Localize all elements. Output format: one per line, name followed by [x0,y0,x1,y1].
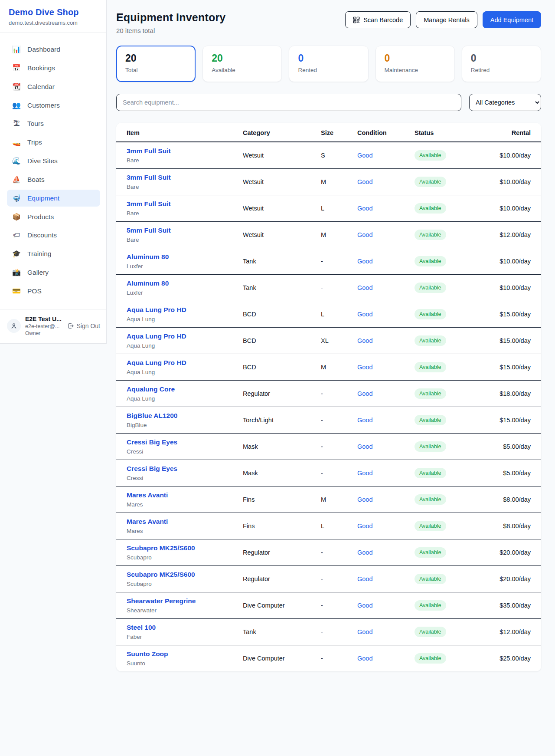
sidebar-item-boats[interactable]: ⛵Boats [7,171,100,188]
item-name-link[interactable]: Steel 100 [127,624,243,631]
table-row: Cressi Big EyesCressiMask-GoodAvailable$… [116,460,541,486]
sidebar-item-label: Tours [27,120,44,128]
sidebar-item-discounts[interactable]: 🏷Discounts [7,227,100,243]
item-name-link[interactable]: Mares Avanti [127,491,243,499]
add-equipment-button[interactable]: Add Equipment [483,11,541,28]
status-badge: Available [415,653,446,664]
item-name-link[interactable]: Aqualung Core [127,385,243,393]
item-name-link[interactable]: Shearwater Peregrine [127,597,243,605]
search-input[interactable] [116,94,461,111]
sidebar-item-tours[interactable]: 🏝Tours [7,115,100,132]
table-row: Suunto ZoopSuuntoDive Computer-GoodAvail… [116,645,541,672]
item-name-link[interactable]: Suunto Zoop [127,650,243,658]
item-size: M [321,364,357,371]
customers-icon: 👥 [12,101,21,109]
sidebar-item-trips[interactable]: 🚤Trips [7,134,100,151]
condition-link[interactable]: Good [357,364,415,371]
condition-link[interactable]: Good [357,390,415,397]
condition-link[interactable]: Good [357,417,415,424]
table-row: Scubapro MK25/S600ScubaproRegulator-Good… [116,539,541,566]
item-size: M [321,496,357,503]
item-name-link[interactable]: Aqua Lung Pro HD [127,306,243,314]
rental-price: $15.00/day [475,311,531,318]
condition-link[interactable]: Good [357,655,415,662]
condition-link[interactable]: Good [357,231,415,238]
item-name-link[interactable]: 3mm Full Suit [127,147,243,155]
brand-name[interactable]: Demo Dive Shop [9,7,98,17]
condition-link[interactable]: Good [357,178,415,185]
stat-card-rented[interactable]: 0Rented [289,46,368,82]
item-name-link[interactable]: BigBlue AL1200 [127,412,243,420]
condition-link[interactable]: Good [357,496,415,503]
item-size: L [321,311,357,318]
user-role: Owner [25,330,63,336]
condition-link[interactable]: Good [357,205,415,212]
item-size: - [321,470,357,477]
condition-link[interactable]: Good [357,152,415,159]
item-name-link[interactable]: 5mm Full Suit [127,227,243,234]
stat-card-retired[interactable]: 0Retired [462,46,541,82]
item-category: Tank [243,628,321,635]
sidebar-item-gallery[interactable]: 📸Gallery [7,264,100,281]
rental-price: $18.00/day [475,390,531,397]
item-name-link[interactable]: Scubapro MK25/S600 [127,571,243,579]
rental-price: $5.00/day [475,443,531,450]
item-brand: Cressi [127,475,243,481]
condition-link[interactable]: Good [357,523,415,529]
item-category: Tank [243,258,321,265]
condition-link[interactable]: Good [357,575,415,582]
condition-link[interactable]: Good [357,258,415,265]
rental-price: $15.00/day [475,417,531,424]
condition-link[interactable]: Good [357,602,415,609]
item-name-link[interactable]: Scubapro MK25/S600 [127,544,243,552]
item-category: BCD [243,311,321,318]
rental-price: $20.00/day [475,549,531,556]
condition-link[interactable]: Good [357,311,415,318]
page-title-block: Equipment Inventory 20 items total [116,11,225,34]
sidebar-item-equipment[interactable]: 🤿Equipment [7,190,100,207]
stat-value: 20 [212,53,273,64]
item-category: Fins [243,523,321,529]
category-select[interactable]: All Categories [469,94,541,111]
sidebar-item-bookings[interactable]: 📅Bookings [7,59,100,76]
sidebar-item-dashboard[interactable]: 📊Dashboard [7,41,100,58]
item-name-link[interactable]: Aqua Lung Pro HD [127,332,243,340]
item-size: - [321,258,357,265]
sidebar-item-pos[interactable]: 💳POS [7,283,100,299]
stat-label: Maintenance [385,67,446,73]
stat-card-maintenance[interactable]: 0Maintenance [375,46,455,82]
condition-link[interactable]: Good [357,337,415,344]
status-badge: Available [415,150,446,161]
item-size: - [321,549,357,556]
item-category: BCD [243,364,321,371]
condition-link[interactable]: Good [357,470,415,477]
item-name-link[interactable]: Mares Avanti [127,518,243,526]
sign-out-button[interactable]: Sign Out [67,322,100,329]
condition-link[interactable]: Good [357,443,415,450]
sidebar-item-customers[interactable]: 👥Customers [7,97,100,114]
item-name-link[interactable]: Aluminum 80 [127,279,243,287]
stat-card-available[interactable]: 20Available [202,46,282,82]
item-name-link[interactable]: Aqua Lung Pro HD [127,359,243,367]
item-name-link[interactable]: Cressi Big Eyes [127,465,243,473]
rental-price: $10.00/day [475,178,531,185]
sidebar-item-dive-sites[interactable]: 🌊Dive Sites [7,152,100,169]
sidebar-item-calendar[interactable]: 📆Calendar [7,78,100,95]
item-name-link[interactable]: Cressi Big Eyes [127,438,243,446]
condition-link[interactable]: Good [357,628,415,635]
item-name-link[interactable]: Aluminum 80 [127,253,243,261]
item-name-link[interactable]: 3mm Full Suit [127,174,243,181]
item-name-link[interactable]: 3mm Full Suit [127,200,243,208]
condition-link[interactable]: Good [357,549,415,556]
sidebar-item-label: Training [27,250,51,258]
main-content: Equipment Inventory 20 items total Scan … [107,0,555,756]
scan-barcode-button[interactable]: Scan Barcode [345,11,411,28]
column-header-item: Item [116,123,243,142]
sidebar-item-products[interactable]: 📦Products [7,208,100,225]
condition-link[interactable]: Good [357,284,415,291]
column-header-status: Status [415,123,475,142]
manage-rentals-button[interactable]: Manage Rentals [416,11,477,28]
stat-card-total[interactable]: 20Total [116,46,196,82]
sidebar-item-training[interactable]: 🎓Training [7,245,100,262]
item-size: - [321,443,357,450]
